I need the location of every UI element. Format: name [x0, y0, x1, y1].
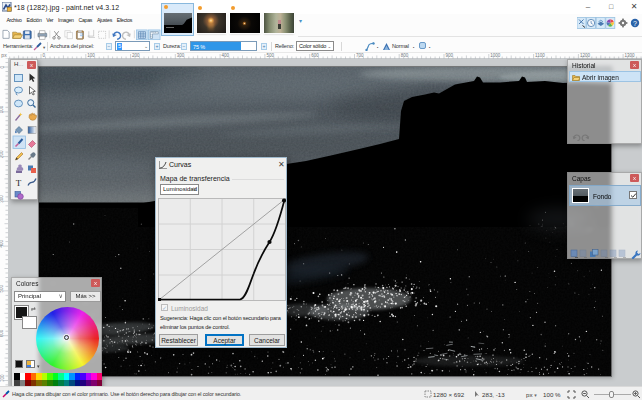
svg-text:0: 0: [0, 66, 5, 69]
svg-text:600: 600: [0, 329, 5, 337]
svg-text:700: 700: [0, 374, 5, 382]
svg-text:T: T: [16, 178, 22, 188]
svg-text:800: 800: [401, 53, 409, 58]
svg-text:?: ?: [633, 20, 637, 27]
svg-text:400: 400: [0, 240, 5, 248]
svg-text:200: 200: [132, 53, 140, 58]
svg-text:500: 500: [0, 284, 5, 292]
svg-text:900: 900: [446, 53, 454, 58]
svg-text:600: 600: [311, 53, 319, 58]
svg-text:1000: 1000: [490, 53, 501, 58]
svg-text:1100: 1100: [535, 53, 545, 58]
svg-text:100: 100: [0, 105, 5, 113]
svg-text:0: 0: [43, 53, 46, 58]
svg-text:500: 500: [266, 53, 274, 58]
svg-text:1200: 1200: [580, 53, 591, 58]
svg-text:300: 300: [0, 195, 5, 203]
svg-text:400: 400: [222, 53, 230, 58]
svg-text:700: 700: [356, 53, 364, 58]
svg-text:1300: 1300: [625, 53, 636, 58]
svg-text:100: 100: [87, 53, 95, 58]
svg-text:200: 200: [0, 150, 5, 158]
svg-text:300: 300: [177, 53, 185, 58]
